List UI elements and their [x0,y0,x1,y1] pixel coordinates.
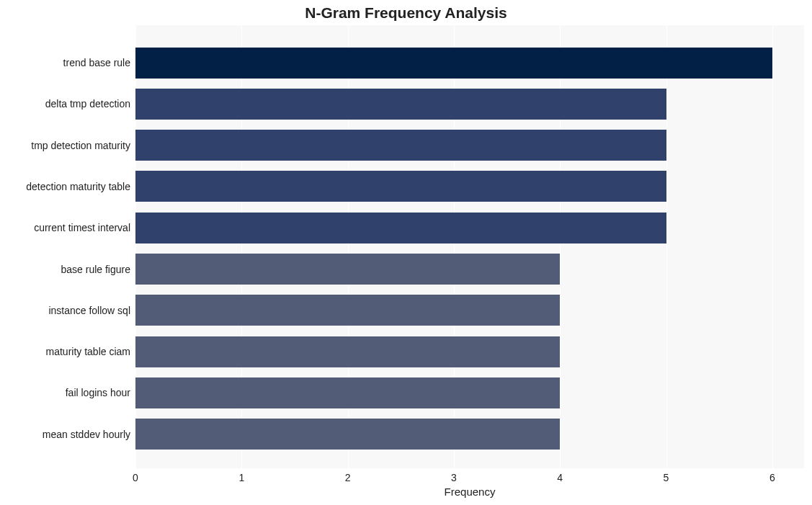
y-tick-label: maturity table ciam [1,346,130,357]
bar [135,419,560,450]
x-tick-label: 0 [133,472,138,483]
y-tick-label: fail logins hour [1,387,130,398]
gridline [666,25,667,468]
y-tick-label: trend base rule [1,57,130,68]
plot-area [135,25,804,468]
x-tick-label: 1 [238,472,244,483]
y-tick-label: detection maturity table [1,181,130,192]
y-tick-label: tmp detection maturity [1,140,130,151]
x-axis-label: Frequency [135,486,804,498]
chart-figure: N-Gram Frequency Analysis trend base rul… [0,0,812,505]
x-tick-label: 4 [557,472,563,483]
bar [135,89,666,120]
x-tick-label: 3 [451,472,457,483]
bar [135,48,772,79]
bar [135,130,666,161]
x-tick-label: 6 [769,472,775,483]
x-tick-label: 2 [345,472,351,483]
y-tick-label: current timest interval [1,222,130,233]
y-tick-label: instance follow sql [1,305,130,316]
gridline [772,25,773,468]
bar [135,213,666,243]
bar [135,295,560,326]
y-tick-label: delta tmp detection [1,98,130,110]
bar [135,254,560,285]
y-tick-label: base rule figure [1,264,130,275]
x-tick-label: 5 [664,472,669,483]
bar [135,171,666,202]
chart-title: N-Gram Frequency Analysis [0,4,812,22]
bar [135,377,560,408]
y-tick-label: mean stddev hourly [1,429,130,440]
bar [135,336,560,367]
